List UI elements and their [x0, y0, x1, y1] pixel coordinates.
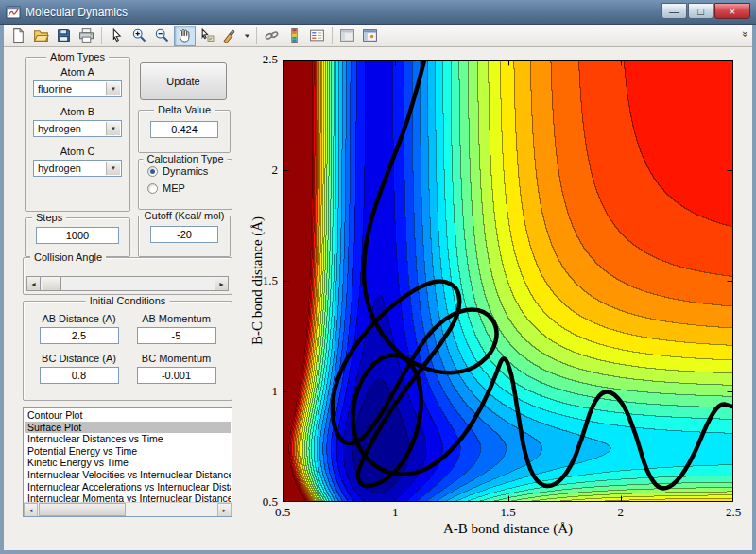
initial-conditions-title: Initial Conditions: [86, 295, 170, 306]
list-item[interactable]: Internuclear Velocities vs Internuclear …: [25, 469, 231, 481]
insert-legend-icon: [309, 27, 325, 43]
maximize-button[interactable]: □: [688, 3, 713, 19]
list-item[interactable]: Internuclear Distances vs Time: [25, 433, 231, 445]
delta-value-panel: Delta Value: [138, 110, 231, 153]
chevron-down-icon[interactable]: ▼: [106, 122, 120, 135]
new-file-button[interactable]: [8, 26, 29, 46]
radio-button-icon[interactable]: [147, 166, 158, 177]
atom-b-label: Atom B: [26, 106, 129, 117]
dropdown-caret-icon: [243, 27, 251, 43]
brush-icon: [222, 27, 238, 43]
slider-track[interactable]: [41, 277, 215, 290]
atom-c-label: Atom C: [26, 146, 129, 157]
edit-pointer-button[interactable]: [106, 26, 128, 46]
toolbar-separator: [101, 27, 102, 44]
data-cursor-button[interactable]: [197, 26, 218, 46]
contour-plot-canvas[interactable]: [283, 60, 733, 502]
slider-thumb[interactable]: [43, 276, 61, 291]
window-frame: [752, 25, 756, 554]
show-plot-tools-icon: [362, 27, 378, 43]
cutoff-panel: Cutoff (Kcal/ mol): [138, 216, 231, 257]
ab-distance-label: AB Distance (A): [37, 313, 121, 324]
print-button[interactable]: [76, 26, 97, 46]
ab-momentum-label: AB Momentum: [134, 313, 218, 324]
x-axis-label: A-B bond distance (Å): [283, 521, 733, 537]
y-tick-label: 1: [272, 384, 279, 399]
atom-b-dropdown[interactable]: hydrogen ▼: [33, 120, 122, 137]
y-tick-label: 2.5: [263, 52, 278, 67]
steps-input[interactable]: [36, 227, 119, 244]
list-item[interactable]: Potential Energy vs Time: [25, 445, 231, 458]
cutoff-input[interactable]: [150, 226, 218, 243]
scrollbar-left-arrow-icon[interactable]: ◄: [24, 503, 38, 517]
save-button[interactable]: [53, 26, 75, 46]
slider-left-arrow-icon[interactable]: ◄: [26, 276, 41, 291]
bc-distance-input[interactable]: [40, 367, 119, 384]
y-axis-label: B-C bond distance (Å): [249, 216, 266, 345]
atom-b-value: hydrogen: [38, 123, 81, 134]
slider-right-arrow-icon[interactable]: ►: [215, 276, 229, 291]
list-item[interactable]: Internuclear Accelerations vs Internucle…: [25, 481, 231, 493]
calculation-type-title: Calculation Type: [143, 153, 227, 164]
collision-angle-slider[interactable]: ◄ ►: [26, 276, 229, 291]
hide-plot-tools-icon: [339, 27, 355, 43]
radio-option-dynamics[interactable]: Dynamics: [147, 165, 232, 177]
list-item[interactable]: Contour Plot: [25, 409, 231, 422]
chevron-down-icon[interactable]: ▼: [106, 82, 120, 95]
plot-type-list-items: Contour PlotSurface PlotInternuclear Dis…: [25, 409, 231, 502]
delta-value-input[interactable]: [150, 121, 218, 138]
link-plot-button[interactable]: [261, 26, 283, 46]
toolbar: [4, 25, 752, 47]
ab-momentum-input[interactable]: [137, 327, 216, 344]
atom-a-dropdown[interactable]: fluorine ▼: [33, 80, 122, 97]
toolbar-separator: [256, 27, 257, 44]
list-item[interactable]: Internuclear Momenta vs Internuclear Dis…: [25, 493, 231, 502]
listbox-horizontal-scrollbar[interactable]: ◄ ►: [24, 502, 232, 516]
hide-plot-tools-button[interactable]: [336, 26, 358, 46]
toolbar-overflow-button[interactable]: »: [740, 31, 751, 37]
pan-hand-button[interactable]: [174, 26, 196, 46]
scrollbar-thumb[interactable]: [39, 503, 126, 516]
ab-distance-input[interactable]: [40, 327, 119, 344]
update-button[interactable]: Update: [140, 62, 227, 100]
x-tick-label: 2: [618, 505, 625, 520]
collision-angle-panel: Collision Angle ◄ ►: [23, 257, 232, 295]
insert-colorbar-button[interactable]: [284, 26, 305, 46]
plot-type-listbox[interactable]: Contour PlotSurface PlotInternuclear Dis…: [23, 407, 232, 517]
collision-angle-title: Collision Angle: [30, 251, 106, 263]
window-frame: [0, 25, 4, 554]
list-item[interactable]: Kinetic Energy vs Time: [25, 457, 231, 469]
close-button[interactable]: ×: [714, 3, 750, 19]
radio-button-icon[interactable]: [147, 183, 158, 194]
window-title: Molecular Dynamics: [26, 6, 128, 19]
toolbar-separator: [332, 27, 333, 44]
scrollbar-right-arrow-icon[interactable]: ►: [217, 503, 232, 517]
atom-c-dropdown[interactable]: hydrogen ▼: [33, 160, 122, 177]
y-tick-label: 2: [272, 163, 279, 178]
open-folder-icon: [33, 27, 49, 43]
x-tick-label: 1.5: [500, 505, 515, 520]
radio-option-mep[interactable]: MEP: [147, 182, 232, 194]
window-frame: [0, 550, 756, 554]
list-item[interactable]: Surface Plot: [25, 422, 231, 434]
scrollbar-track[interactable]: [38, 503, 217, 516]
bc-momentum-input[interactable]: [137, 367, 216, 384]
link-plot-icon: [264, 27, 280, 43]
cutoff-title: Cutoff (Kcal/ mol): [141, 210, 229, 221]
zoom-out-button[interactable]: [151, 26, 173, 46]
minimize-button[interactable]: —: [662, 3, 687, 19]
show-plot-tools-button[interactable]: [359, 26, 381, 46]
zoom-in-icon: [131, 27, 147, 43]
radio-label: MEP: [163, 182, 185, 194]
bc-momentum-label: BC Momentum: [134, 353, 218, 364]
insert-legend-button[interactable]: [306, 26, 328, 46]
y-tick-label: 0.5: [263, 494, 278, 510]
chevron-down-icon[interactable]: ▼: [106, 162, 120, 175]
calculation-type-panel: Calculation Type DynamicsMEP: [138, 159, 232, 210]
x-tick-label: 1: [392, 505, 399, 520]
open-folder-button[interactable]: [30, 26, 52, 46]
brush-button[interactable]: [219, 26, 241, 46]
dropdown-caret-button[interactable]: [242, 26, 252, 46]
zoom-in-button[interactable]: [129, 26, 150, 46]
window-controls: — □ ×: [662, 3, 750, 19]
